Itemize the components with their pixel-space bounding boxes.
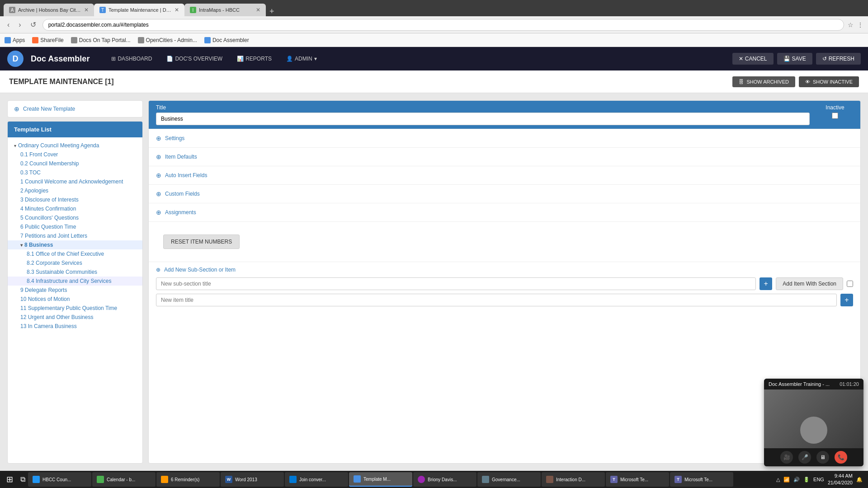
add-item-with-section-button[interactable]: Add Item With Section: [776, 277, 843, 290]
add-section-plus-icon: ⊕: [156, 267, 160, 273]
tree-item-front-cover[interactable]: 0.1 Front Cover: [8, 150, 142, 159]
show-archived-button[interactable]: 🗄 SHOW ARCHIVED: [732, 76, 795, 87]
assignments-accordion-header[interactable]: ⊕ Assignments: [149, 203, 860, 221]
add-subsection-row: + Add Item With Section: [156, 277, 853, 290]
custom-fields-accordion-header[interactable]: ⊕ Custom Fields: [149, 185, 860, 203]
tree-item-in-camera[interactable]: 13 In Camera Business: [8, 322, 142, 331]
tab-close-archive[interactable]: ✕: [84, 7, 89, 13]
bookmark-star-icon[interactable]: ☆: [848, 21, 854, 28]
tab-archive[interactable]: A Archive | Hobsons Bay City Cou... ✕: [4, 4, 94, 16]
tree-item-apologies[interactable]: 2 Apologies: [8, 186, 142, 195]
inactive-checkbox[interactable]: [832, 113, 838, 119]
bookmark-opencities[interactable]: OpenCities - Admin...: [138, 37, 197, 43]
tree-item-notices[interactable]: 10 Notices of Motion: [8, 295, 142, 304]
add-item-button[interactable]: +: [840, 294, 853, 306]
taskbar-ms-teams-2[interactable]: T Microsoft Te...: [670, 472, 733, 487]
auto-insert-accordion-header[interactable]: ⊕ Auto Insert Fields: [149, 166, 860, 184]
tree-item-business[interactable]: ▾ 8 Business: [8, 240, 142, 249]
video-end-call-btn[interactable]: 📞: [835, 451, 847, 464]
bookmark-docsontap[interactable]: Docs On Tap Portal...: [71, 37, 131, 43]
bookmark-icon-apps: [5, 37, 11, 43]
tree-item-council-membership[interactable]: 0.2 Council Membership: [8, 159, 142, 168]
bookmark-sharefile[interactable]: ShareFile: [32, 37, 63, 43]
taskbar-calendar[interactable]: Calendar - b...: [92, 472, 156, 487]
network-icon: 📶: [783, 477, 790, 483]
add-item-section-checkbox[interactable]: [847, 281, 853, 287]
new-tab-btn[interactable]: +: [266, 7, 278, 16]
save-label: SAVE: [792, 56, 806, 62]
tab-close-intramaps[interactable]: ✕: [256, 7, 260, 13]
settings-label: Settings: [165, 135, 184, 141]
cancel-label: CANCEL: [745, 56, 767, 62]
menu-icon[interactable]: ⋮: [857, 21, 863, 28]
taskbar-briony[interactable]: Briony Davis...: [413, 472, 476, 487]
taskbar-ms-teams-1[interactable]: T Microsoft Te...: [606, 472, 669, 487]
back-btn[interactable]: ‹: [5, 20, 12, 30]
taskbar-template[interactable]: Template M...: [349, 472, 412, 487]
tab-template-maintenance[interactable]: T Template Maintenance | Doc Ass... ✕: [94, 4, 184, 16]
tree-item-chief-exec[interactable]: 8.1 Office of the Chief Executive: [8, 249, 142, 258]
video-camera-btn[interactable]: 🎥: [780, 451, 793, 464]
show-inactive-button[interactable]: 👁 SHOW INACTIVE: [799, 76, 859, 87]
reset-section: RESET ITEM NUMBERS: [149, 222, 860, 262]
new-subsection-input[interactable]: [156, 277, 756, 290]
tree-item-corporate[interactable]: 8.2 Corporate Services: [8, 258, 142, 267]
inactive-section: Inactive: [817, 104, 853, 119]
taskbar-items: HBCC Coun... Calendar - b... 6 Reminder(…: [28, 472, 773, 487]
taskbar-reminder[interactable]: 6 Reminder(s): [156, 472, 220, 487]
tree-item-supplementary[interactable]: 11 Supplementary Public Question Time: [8, 304, 142, 313]
tab-intramaps[interactable]: I IntraMaps - HBCC ✕: [184, 4, 266, 16]
taskbar-hbcc[interactable]: HBCC Coun...: [28, 472, 91, 487]
join-icon: [289, 476, 297, 483]
tree-item-sustainable[interactable]: 8.3 Sustainable Communities: [8, 267, 142, 277]
cancel-button[interactable]: ✕ CANCEL: [732, 53, 774, 65]
bookmark-apps[interactable]: Apps: [5, 37, 25, 43]
new-item-input[interactable]: [156, 294, 837, 306]
tree-item-toc[interactable]: 0.3 TOC: [8, 168, 142, 177]
tree-item-ordinary-council[interactable]: ▾ Ordinary Council Meeting Agenda: [8, 141, 142, 150]
taskbar-word[interactable]: W Word 2013: [221, 472, 284, 487]
tab-close-template[interactable]: ✕: [175, 7, 179, 13]
address-bar[interactable]: [42, 19, 844, 31]
taskbar-join[interactable]: Join conver...: [285, 472, 348, 487]
tree-item-public-question[interactable]: 6 Public Question Time: [8, 222, 142, 231]
reload-btn[interactable]: ↺: [28, 19, 39, 30]
bookmark-icon-opencities: [138, 37, 144, 43]
tab-label-intramaps: IntraMaps - HBCC: [199, 7, 240, 13]
tree-item-disclosure[interactable]: 3 Disclosure of Interests: [8, 195, 142, 204]
add-subsection-button[interactable]: +: [760, 277, 772, 290]
nav-reports[interactable]: 📊 REPORTS: [231, 53, 277, 65]
tree-item-minutes[interactable]: 4 Minutes Confirmation: [8, 204, 142, 213]
settings-accordion-header[interactable]: ⊕ Settings: [149, 129, 860, 147]
video-title: Doc Assembler Training - ...: [769, 381, 830, 387]
tree-item-infrastructure[interactable]: 8.4 Infrastructure and City Services: [8, 277, 142, 286]
taskbar-governance[interactable]: Governance...: [477, 472, 541, 487]
up-arrow-icon[interactable]: △: [776, 477, 780, 483]
title-input[interactable]: [156, 113, 810, 125]
bookmark-label-opencities: OpenCities - Admin...: [146, 37, 197, 43]
item-defaults-accordion-header[interactable]: ⊕ Item Defaults: [149, 148, 860, 166]
notification-icon[interactable]: 🔔: [856, 477, 863, 483]
tree-item-petitions[interactable]: 7 Petitions and Joint Letters: [8, 231, 142, 240]
tree-item-urgent[interactable]: 12 Urgent and Other Business: [8, 313, 142, 322]
reset-item-numbers-button[interactable]: RESET ITEM NUMBERS: [163, 235, 240, 249]
save-button[interactable]: 💾 SAVE: [777, 53, 812, 65]
video-mic-btn[interactable]: 🎤: [798, 451, 811, 464]
nav-docs-overview[interactable]: 📄 DOC'S OVERVIEW: [161, 53, 228, 65]
create-template-label: Create New Template: [23, 106, 75, 112]
nav-dashboard[interactable]: ⊞ DASHBOARD: [106, 53, 157, 65]
tree-item-councillors[interactable]: 5 Councillors' Questions: [8, 213, 142, 222]
start-button[interactable]: ⊞: [2, 474, 18, 484]
bookmark-docassembler[interactable]: Doc Assembler: [204, 37, 249, 43]
forward-btn[interactable]: ›: [16, 20, 24, 30]
taskbar-calendar-label: Calendar - b...: [107, 477, 135, 482]
create-template-button[interactable]: ⊕ Create New Template: [7, 100, 143, 117]
tree-item-welcome[interactable]: 1 Council Welcome and Acknowledgement: [8, 177, 142, 186]
nav-admin[interactable]: 👤 ADMIN ▾: [281, 53, 322, 65]
task-view-btn[interactable]: ⧉: [18, 475, 28, 483]
video-screen-share-btn[interactable]: 🖥: [816, 451, 829, 464]
refresh-button[interactable]: ↺ REFRESH: [816, 53, 861, 65]
tree-item-delegate[interactable]: 9 Delegate Reports: [8, 286, 142, 295]
taskbar-interaction[interactable]: Interaction D...: [542, 472, 605, 487]
system-clock[interactable]: 9:44 AM 21/04/2020: [828, 473, 853, 487]
